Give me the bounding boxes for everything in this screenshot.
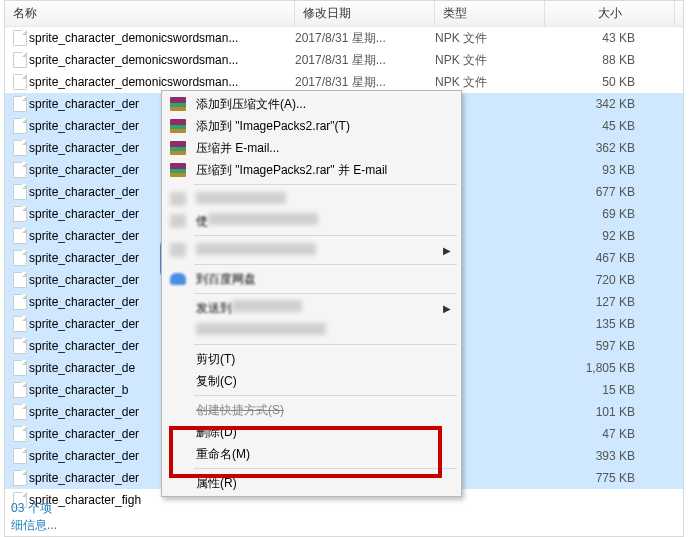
file-size: 342 KB: [545, 97, 655, 111]
file-date: 2017/8/31 星期...: [295, 74, 435, 91]
menu-blurred[interactable]: [164, 188, 459, 210]
file-icon: [13, 206, 27, 222]
file-size: 775 KB: [545, 471, 655, 485]
file-icon: [13, 294, 27, 310]
file-date: 2017/8/31 星期...: [295, 30, 435, 47]
file-icon: [13, 338, 27, 354]
menu-blurred[interactable]: 发送到▶: [164, 297, 459, 319]
file-icon: [13, 448, 27, 464]
menu-baidu[interactable]: 到百度网盘: [164, 268, 459, 290]
menu-archive[interactable]: 压缩并 E-mail...: [164, 137, 459, 159]
archive-icon: [170, 141, 186, 155]
context-menu: 添加到压缩文件(A)...添加到 "ImagePacks2.rar"(T)压缩并…: [161, 90, 462, 497]
file-type: NPK 文件: [435, 52, 545, 69]
file-size: 677 KB: [545, 185, 655, 199]
status-details-link[interactable]: 细信息...: [11, 517, 57, 534]
file-row[interactable]: sprite_character_demonicswordsman...2017…: [5, 27, 683, 49]
file-size: 597 KB: [545, 339, 655, 353]
col-name[interactable]: 名称: [5, 1, 295, 26]
menu-archive[interactable]: 添加到 "ImagePacks2.rar"(T): [164, 115, 459, 137]
file-icon: [13, 140, 27, 156]
file-icon: [13, 184, 27, 200]
file-size: 101 KB: [545, 405, 655, 419]
file-size: 720 KB: [545, 273, 655, 287]
menu-blurred[interactable]: 使: [164, 210, 459, 232]
file-name: sprite_character_demonicswordsman...: [29, 75, 295, 89]
file-size: 43 KB: [545, 31, 655, 45]
file-icon: [13, 404, 27, 420]
file-name: sprite_character_demonicswordsman...: [29, 53, 295, 67]
file-size: 47 KB: [545, 427, 655, 441]
archive-icon: [170, 119, 186, 133]
file-icon: [13, 272, 27, 288]
file-size: 88 KB: [545, 53, 655, 67]
submenu-arrow-icon: ▶: [443, 245, 451, 256]
file-icon: [13, 228, 27, 244]
status-bar: 03 个项 细信息...: [5, 498, 63, 536]
file-icon: [13, 382, 27, 398]
file-size: 467 KB: [545, 251, 655, 265]
file-name: sprite_character_demonicswordsman...: [29, 31, 295, 45]
file-size: 127 KB: [545, 295, 655, 309]
file-size: 92 KB: [545, 229, 655, 243]
file-row[interactable]: sprite_character_demonicswordsman...2017…: [5, 49, 683, 71]
file-icon: [13, 470, 27, 486]
file-icon: [13, 52, 27, 68]
status-count: 03 个项: [11, 500, 57, 517]
submenu-arrow-icon: ▶: [443, 303, 451, 314]
menu-剪切(T)[interactable]: 剪切(T): [164, 348, 459, 370]
file-icon: [13, 118, 27, 134]
menu-archive[interactable]: 添加到压缩文件(A)...: [164, 93, 459, 115]
file-size: 69 KB: [545, 207, 655, 221]
menu-archive[interactable]: 压缩到 "ImagePacks2.rar" 并 E-mail: [164, 159, 459, 181]
file-icon: [13, 162, 27, 178]
file-icon: [13, 74, 27, 90]
file-icon: [13, 30, 27, 46]
file-icon: [13, 360, 27, 376]
file-icon: [13, 96, 27, 112]
blurred-icon: [170, 192, 186, 206]
file-type: NPK 文件: [435, 30, 545, 47]
archive-icon: [170, 97, 186, 111]
archive-icon: [170, 163, 186, 177]
blurred-icon: [170, 214, 186, 228]
file-type: NPK 文件: [435, 74, 545, 91]
menu-properties[interactable]: 属性(R): [164, 472, 459, 494]
file-size: 362 KB: [545, 141, 655, 155]
file-size: 135 KB: [545, 317, 655, 331]
col-size[interactable]: 大小: [545, 1, 675, 26]
menu-删除(D)[interactable]: 删除(D): [164, 421, 459, 443]
file-size: 45 KB: [545, 119, 655, 133]
file-icon: [13, 426, 27, 442]
column-headers[interactable]: 名称 修改日期 类型 大小: [5, 1, 683, 27]
file-size: 50 KB: [545, 75, 655, 89]
file-size: 393 KB: [545, 449, 655, 463]
file-size: 93 KB: [545, 163, 655, 177]
col-date[interactable]: 修改日期: [295, 1, 435, 26]
file-date: 2017/8/31 星期...: [295, 52, 435, 69]
menu-blurred[interactable]: ▶: [164, 239, 459, 261]
menu-复制(C)[interactable]: 复制(C): [164, 370, 459, 392]
menu-重命名(M)[interactable]: 重命名(M): [164, 443, 459, 465]
file-icon: [13, 250, 27, 266]
blurred-icon: [170, 243, 186, 257]
cloud-icon: [170, 273, 186, 285]
col-type[interactable]: 类型: [435, 1, 545, 26]
file-size: 15 KB: [545, 383, 655, 397]
menu-创建快捷方式(S)[interactable]: 创建快捷方式(S): [164, 399, 459, 421]
file-icon: [13, 316, 27, 332]
file-size: 1,805 KB: [545, 361, 655, 375]
menu-blurred[interactable]: [164, 319, 459, 341]
